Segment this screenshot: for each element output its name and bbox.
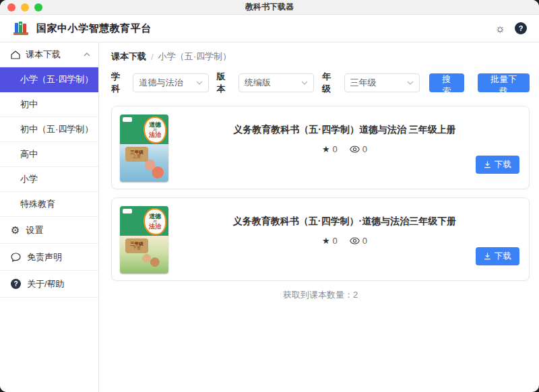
download-button[interactable]: 下载 bbox=[476, 156, 519, 174]
cover-grade: 三年级 bbox=[130, 150, 144, 155]
search-button[interactable]: 搜索 bbox=[429, 73, 464, 92]
book-stats: ★ 0 0 bbox=[322, 144, 367, 154]
cover-header: 道德 与 法治 bbox=[120, 206, 168, 236]
sidebar-item-junior-5-4[interactable]: 初中（五·四学制） bbox=[0, 117, 98, 142]
sidebar-item-disclaimer[interactable]: 免责声明 bbox=[0, 244, 98, 271]
sidebar-item-junior[interactable]: 初中 bbox=[0, 92, 98, 117]
edition-label: 版本 bbox=[217, 71, 233, 95]
sidebar-item-label: 小学（五·四学制） bbox=[20, 73, 93, 86]
chevron-down-icon bbox=[196, 81, 203, 85]
home-icon bbox=[11, 51, 20, 59]
book-cover-image: 道德 与 法治 三年级 下册 bbox=[120, 206, 168, 273]
batch-download-button[interactable]: 批量下载 bbox=[478, 73, 530, 92]
subject-select[interactable]: 道德与法治 bbox=[133, 73, 208, 92]
eye-icon bbox=[350, 237, 360, 244]
header-actions: ☼ ? bbox=[495, 22, 527, 34]
sidebar-item-about-help[interactable]: ? 关于/帮助 bbox=[0, 271, 98, 298]
chevron-down-icon bbox=[407, 81, 414, 85]
cover-grade-tag: 三年级 上册 bbox=[125, 147, 148, 162]
grade-label: 年级 bbox=[322, 71, 338, 95]
page-title: 国家中小学智慧教育平台 bbox=[36, 22, 152, 35]
titlebar: 教科书下载器 bbox=[0, 0, 539, 15]
question-circle-icon: ? bbox=[11, 279, 21, 289]
cover-header: 道德 与 法治 bbox=[120, 115, 168, 144]
star-icon: ★ bbox=[322, 144, 330, 154]
sidebar-group-textbook-download[interactable]: 课本下载 bbox=[0, 42, 98, 67]
cover-grade-tag: 三年级 下册 bbox=[125, 238, 148, 253]
views-stat: 0 bbox=[350, 236, 367, 246]
breadcrumb: 课本下载 / 小学（五·四学制） bbox=[111, 51, 530, 63]
filter-toolbar: 学科 道德与法治 版本 统编版 年级 三年级 搜索 批量下载 bbox=[111, 71, 530, 95]
cover-volume: 下册 bbox=[133, 246, 141, 251]
cover-subject-line1: 道德 bbox=[149, 214, 161, 220]
window-title: 教科书下载器 bbox=[0, 1, 539, 13]
sidebar-item-label: 免责声明 bbox=[27, 251, 62, 263]
cover-subject-line2: 法治 bbox=[149, 132, 161, 138]
speech-bubble-icon bbox=[11, 253, 21, 262]
edition-select-value: 统编版 bbox=[245, 77, 271, 89]
breadcrumb-separator: / bbox=[151, 52, 154, 62]
download-button[interactable]: 下载 bbox=[476, 247, 519, 265]
sidebar: 课本下载 小学（五·四学制） 初中 初中（五·四学制） 高中 小学 特殊教育 bbox=[0, 42, 99, 392]
gear-icon: ⚙ bbox=[11, 225, 20, 235]
sidebar-item-label: 特殊教育 bbox=[20, 198, 55, 210]
download-icon bbox=[484, 253, 491, 260]
sidebar-item-label: 初中 bbox=[20, 98, 38, 110]
book-info: 义务教育教科书（五·四学制）道德与法治 三年级上册 ★ 0 0 bbox=[168, 115, 521, 181]
download-icon bbox=[484, 161, 491, 168]
subject-select-value: 道德与法治 bbox=[139, 77, 183, 89]
cover-grade: 三年级 bbox=[130, 241, 144, 247]
view-count: 0 bbox=[362, 144, 367, 154]
grade-select[interactable]: 三年级 bbox=[344, 73, 420, 92]
sidebar-group-label: 课本下载 bbox=[26, 48, 61, 61]
sidebar-item-special-education[interactable]: 特殊教育 bbox=[0, 192, 98, 217]
publisher-logo-icon bbox=[123, 117, 132, 122]
app-window: 教科书下载器 国家中小学智慧教育平台 ☼ ? 课本下 bbox=[0, 0, 539, 392]
question-circle-icon[interactable]: ? bbox=[515, 22, 527, 34]
views-stat: 0 bbox=[350, 144, 367, 154]
main-content: 课本下载 / 小学（五·四学制） 学科 道德与法治 版本 统编版 年级 三年级 bbox=[99, 42, 539, 392]
eye-icon bbox=[350, 145, 360, 153]
book-title: 义务教育教科书（五·四学制）道德与法治 三年级上册 bbox=[233, 124, 456, 136]
subject-label: 学科 bbox=[111, 71, 127, 95]
cover-subject-badge: 道德 与 法治 bbox=[144, 117, 166, 143]
edition-select[interactable]: 统编版 bbox=[239, 73, 314, 92]
book-cover-image: 道德 与 法治 三年级 上册 bbox=[120, 115, 168, 182]
sidebar-item-label: 设置 bbox=[26, 224, 43, 236]
sun-icon[interactable]: ☼ bbox=[495, 23, 505, 34]
sidebar-item-label: 小学 bbox=[20, 173, 38, 185]
sidebar-item-settings[interactable]: ⚙ 设置 bbox=[0, 217, 98, 244]
cover-subject-line2: 法治 bbox=[149, 224, 161, 230]
book-title: 义务教育教科书（五·四学制）·道德与法治三年级下册 bbox=[233, 216, 456, 228]
sidebar-item-senior[interactable]: 高中 bbox=[0, 142, 98, 167]
sidebar-item-label: 初中（五·四学制） bbox=[20, 123, 93, 135]
breadcrumb-parent[interactable]: 课本下载 bbox=[111, 51, 146, 63]
book-card: 道德 与 法治 三年级 上册 义务教育教科书（五·四学制）道德与法治 三年级上册 bbox=[111, 106, 530, 189]
chevron-down-icon bbox=[301, 81, 308, 85]
star-count: 0 bbox=[333, 236, 338, 246]
publisher-logo-icon bbox=[123, 209, 132, 214]
view-count: 0 bbox=[362, 236, 367, 246]
app-body: 课本下载 小学（五·四学制） 初中 初中（五·四学制） 高中 小学 特殊教育 bbox=[0, 42, 539, 392]
app-header: 国家中小学智慧教育平台 ☼ ? bbox=[0, 15, 539, 42]
book-card: 道德 与 法治 三年级 下册 义务教育教科书（五·四学制）·道德与法治三年级下册 bbox=[111, 197, 530, 281]
sidebar-item-primary-5-4[interactable]: 小学（五·四学制） bbox=[0, 67, 98, 92]
download-label: 下载 bbox=[495, 159, 511, 170]
books-logo-icon bbox=[12, 20, 30, 36]
book-stats: ★ 0 0 bbox=[322, 236, 367, 246]
result-count: 获取到课本数量：2 bbox=[111, 289, 530, 301]
sidebar-item-primary[interactable]: 小学 bbox=[0, 167, 98, 192]
chevron-up-icon bbox=[84, 53, 90, 57]
sidebar-item-label: 关于/帮助 bbox=[27, 278, 65, 290]
breadcrumb-current: 小学（五·四学制） bbox=[158, 51, 231, 63]
grade-select-value: 三年级 bbox=[350, 77, 377, 89]
download-label: 下载 bbox=[495, 251, 511, 262]
sidebar-item-label: 高中 bbox=[20, 148, 38, 160]
cover-subject-badge: 道德 与 法治 bbox=[144, 208, 166, 235]
star-count: 0 bbox=[333, 144, 338, 154]
book-info: 义务教育教科书（五·四学制）·道德与法治三年级下册 ★ 0 0 bbox=[168, 206, 521, 272]
cover-volume: 上册 bbox=[133, 154, 141, 159]
cover-subject-line1: 道德 bbox=[149, 122, 161, 128]
star-stat: ★ 0 bbox=[322, 236, 338, 246]
star-icon: ★ bbox=[322, 236, 330, 246]
